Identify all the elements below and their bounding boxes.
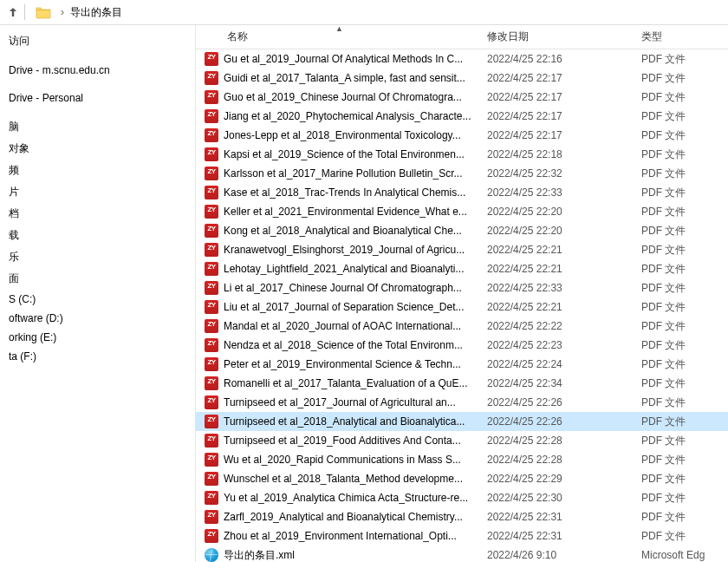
pdf-file-icon [205,300,218,314]
file-row[interactable]: Lehotay_Lightfield_2021_Analytical and B… [196,259,728,278]
file-name-cell[interactable]: Guo et al_2019_Chinese Journal Of Chroma… [196,90,475,104]
file-name-cell[interactable]: Guidi et al_2017_Talanta_A simple, fast … [196,71,475,85]
file-row[interactable]: Wu et al_2020_Rapid Communications in Ma… [196,450,728,469]
pdf-file-icon [205,453,218,467]
file-row[interactable]: Kranawetvogl_Elsinghorst_2019_Journal of… [196,240,728,259]
file-name: Romanelli et al_2017_Talanta_Evaluation … [224,377,475,389]
file-name-cell[interactable]: Wunschel et al_2018_Talanta_Method devel… [196,472,475,486]
file-row[interactable]: Zarfl_2019_Analytical and Bioanalytical … [196,507,728,526]
file-name: 导出的条目.xml [224,548,475,563]
file-name-cell[interactable]: Nendza et al_2018_Science of the Total E… [196,338,475,352]
file-name-cell[interactable]: Liu et al_2017_Journal of Separation Sci… [196,300,475,314]
file-row[interactable]: Jiang et al_2020_Phytochemical Analysis_… [196,107,728,126]
file-name-cell[interactable]: Gu et al_2019_Journal Of Analytical Meth… [196,52,475,66]
pdf-file-icon [205,319,218,333]
file-row[interactable]: Mandal et al_2020_Journal of AOAC Intern… [196,317,728,336]
xml-file-icon [205,548,218,562]
sidebar-item[interactable]: S (C:) [0,290,195,309]
sidebar: 访问 Drive - m.scnu.edu.cn Drive - Persona… [0,25,196,562]
pdf-file-icon [205,395,218,409]
file-type: PDF 文件 [629,243,728,258]
file-row[interactable]: 导出的条目.xml2022/4/26 9:10Microsoft Edg [196,546,728,562]
sidebar-item[interactable]: ta (F:) [0,347,195,366]
file-row[interactable]: Liu et al_2017_Journal of Separation Sci… [196,297,728,317]
file-name-cell[interactable]: Peter et al_2019_Environmental Science &… [196,357,475,371]
column-header-type[interactable]: 类型 [629,29,728,44]
pdf-file-icon [205,262,218,276]
file-name-cell[interactable]: 导出的条目.xml [196,548,475,563]
sidebar-item[interactable]: 片 [0,181,195,203]
up-icon[interactable] [3,3,23,22]
address-bar[interactable]: › 导出的条目 [0,0,728,25]
file-name-cell[interactable]: Mandal et al_2020_Journal of AOAC Intern… [196,319,475,333]
file-name-cell[interactable]: Li et al_2017_Chinese Journal Of Chromat… [196,281,475,295]
file-row[interactable]: Turnipseed et al_2018_Analytical and Bio… [196,412,728,431]
file-row[interactable]: Wunschel et al_2018_Talanta_Method devel… [196,469,728,488]
file-name-cell[interactable]: Kapsi et al_2019_Science of the Total En… [196,147,475,161]
file-name-cell[interactable]: Kong et al_2018_Analytical and Bioanalyt… [196,224,475,238]
file-type: PDF 文件 [629,128,728,143]
file-name: Keller et al_2021_Environmental Evidence… [224,206,475,218]
file-type: PDF 文件 [629,262,728,277]
sidebar-item[interactable]: 载 [0,225,195,246]
sidebar-item[interactable]: 脑 [0,116,195,138]
file-name-cell[interactable]: Wu et al_2020_Rapid Communications in Ma… [196,453,475,467]
file-row[interactable]: Guo et al_2019_Chinese Journal Of Chroma… [196,88,728,107]
file-name-cell[interactable]: Zhou et al_2019_Environment Internationa… [196,529,475,543]
file-name-cell[interactable]: Yu et al_2019_Analytica Chimica Acta_Str… [196,491,475,505]
file-date: 2022/4/25 22:28 [475,454,629,466]
file-row[interactable]: Guidi et al_2017_Talanta_A simple, fast … [196,69,728,88]
file-name-cell[interactable]: Keller et al_2021_Environmental Evidence… [196,205,475,219]
file-type: PDF 文件 [629,167,728,181]
chevron-right-icon[interactable]: › [61,6,64,18]
file-name-cell[interactable]: Turnipseed et al_2018_Analytical and Bio… [196,415,475,428]
file-row[interactable]: Keller et al_2021_Environmental Evidence… [196,202,728,221]
column-header-date[interactable]: 修改日期 [475,29,629,44]
file-name-cell[interactable]: Jones-Lepp et al_2018_Environmental Toxi… [196,128,475,142]
file-name-cell[interactable]: Zarfl_2019_Analytical and Bioanalytical … [196,510,475,524]
file-row[interactable]: Nendza et al_2018_Science of the Total E… [196,336,728,355]
file-type: PDF 文件 [629,205,728,219]
sidebar-item[interactable]: Drive - m.scnu.edu.cn [0,61,195,80]
file-name: Kase et al_2018_Trac-Trends In Analytica… [224,186,475,199]
file-row[interactable]: Turnipseed et al_2017_Journal of Agricul… [196,393,728,412]
file-date: 2022/4/25 22:26 [475,396,629,408]
file-name-cell[interactable]: Karlsson et al_2017_Marine Pollution Bul… [196,167,475,180]
file-row[interactable]: Kase et al_2018_Trac-Trends In Analytica… [196,183,728,202]
file-list: Gu et al_2019_Journal Of Analytical Meth… [196,49,728,562]
file-name-cell[interactable]: Turnipseed et al_2019_Food Additives And… [196,434,475,448]
file-name-cell[interactable]: Jiang et al_2020_Phytochemical Analysis_… [196,109,475,123]
file-row[interactable]: Turnipseed et al_2019_Food Additives And… [196,431,728,450]
sidebar-item[interactable]: 档 [0,203,195,225]
file-type: PDF 文件 [629,472,728,487]
file-row[interactable]: Romanelli et al_2017_Talanta_Evaluation … [196,374,728,393]
file-row[interactable]: Kapsi et al_2019_Science of the Total En… [196,145,728,164]
sidebar-item[interactable]: Drive - Personal [0,88,195,108]
file-name-cell[interactable]: Lehotay_Lightfield_2021_Analytical and B… [196,262,475,276]
sidebar-item[interactable]: 频 [0,160,195,181]
sidebar-item[interactable]: oftware (D:) [0,309,195,328]
file-name: Liu et al_2017_Journal of Separation Sci… [224,301,475,313]
sidebar-item[interactable]: 访问 [0,30,195,52]
sidebar-item[interactable]: orking (E:) [0,328,195,347]
sidebar-item[interactable]: 面 [0,268,195,290]
file-row[interactable]: Jones-Lepp et al_2018_Environmental Toxi… [196,126,728,145]
file-type: PDF 文件 [629,52,728,67]
file-name-cell[interactable]: Kase et al_2018_Trac-Trends In Analytica… [196,186,475,199]
sidebar-item[interactable]: 对象 [0,138,195,160]
file-date: 2022/4/25 22:20 [475,225,629,237]
file-row[interactable]: Karlsson et al_2017_Marine Pollution Bul… [196,164,728,183]
breadcrumb-item[interactable]: 导出的条目 [68,3,124,22]
file-row[interactable]: Kong et al_2018_Analytical and Bioanalyt… [196,221,728,240]
file-date: 2022/4/25 22:16 [475,53,629,65]
file-row[interactable]: Yu et al_2019_Analytica Chimica Acta_Str… [196,488,728,507]
sidebar-item[interactable]: 乐 [0,246,195,268]
file-row[interactable]: Zhou et al_2019_Environment Internationa… [196,526,728,546]
pdf-file-icon [205,472,218,486]
file-row[interactable]: Peter et al_2019_Environmental Science &… [196,355,728,374]
file-name-cell[interactable]: Turnipseed et al_2017_Journal of Agricul… [196,395,475,409]
file-row[interactable]: Gu et al_2019_Journal Of Analytical Meth… [196,49,728,69]
file-name-cell[interactable]: Kranawetvogl_Elsinghorst_2019_Journal of… [196,243,475,257]
file-row[interactable]: Li et al_2017_Chinese Journal Of Chromat… [196,278,728,297]
file-name-cell[interactable]: Romanelli et al_2017_Talanta_Evaluation … [196,376,475,390]
